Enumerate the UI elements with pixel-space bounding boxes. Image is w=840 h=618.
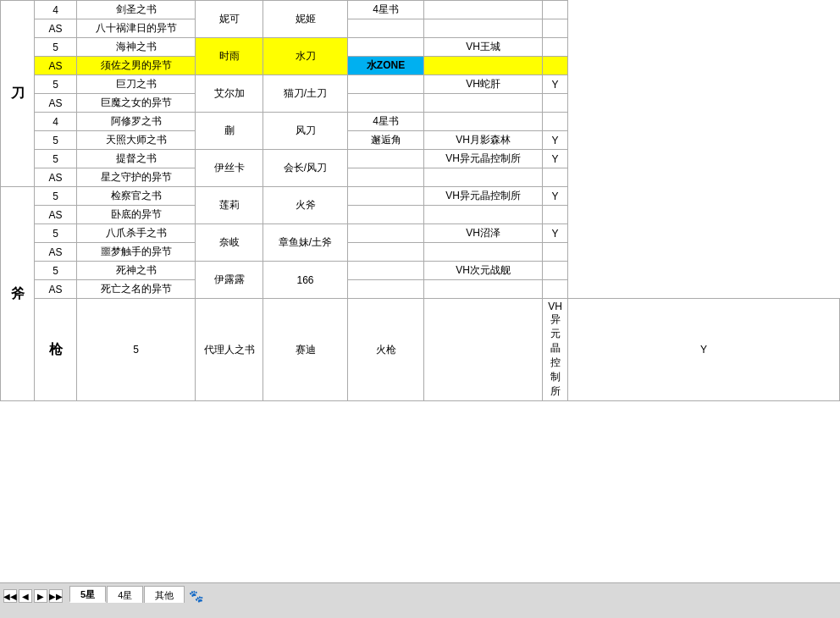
level-cell: AS xyxy=(35,168,77,187)
bottom-bar xyxy=(0,603,840,618)
tab-first-btn[interactable]: ◀◀ xyxy=(3,589,17,603)
app-container: 刀4剑圣之书妮可妮姬4星书AS八十祸津日的异节5海神之书时雨水刀VH王城AS须佐… xyxy=(0,0,840,618)
tab-bar: ◀◀ ◀ ▶ ▶▶ 5星 4星 其他 🐾 xyxy=(0,582,840,603)
book-cell: 阿修罗之书 xyxy=(77,113,196,131)
sheet-area[interactable]: 刀4剑圣之书妮可妮姬4星书AS八十祸津日的异节5海神之书时雨水刀VH王城AS须佐… xyxy=(0,0,840,582)
special-cell xyxy=(424,299,543,401)
table-row: AS卧底的异节 xyxy=(1,206,840,224)
table-row: 5天照大师之书邂逅角VH月影森林Y xyxy=(1,131,840,150)
tab-next-btn[interactable]: ▶ xyxy=(34,589,47,603)
table-row: AS八十祸津日的异节 xyxy=(1,19,840,38)
level-cell: 4 xyxy=(35,113,77,131)
dungeon-cell: VH异元晶控制所 xyxy=(424,187,543,206)
y-cell xyxy=(543,38,568,57)
dungeon-cell: VH异元晶控制所 xyxy=(543,299,568,401)
weapon-cell: 风刀 xyxy=(263,113,348,150)
tab-4star[interactable]: 4星 xyxy=(107,586,143,603)
level-cell: 5 xyxy=(35,224,77,243)
level-cell: 5 xyxy=(35,262,77,280)
table-row: 5海神之书时雨水刀VH王城 xyxy=(1,38,840,57)
table-row: AS星之守护的异节 xyxy=(1,168,840,187)
book-cell: 八爪杀手之书 xyxy=(77,224,196,243)
dungeon-cell: VH王城 xyxy=(424,38,543,57)
book-cell: 海神之书 xyxy=(77,38,196,57)
level-cell: AS xyxy=(35,94,77,113)
category-cell: 斧 xyxy=(1,187,35,401)
special-cell xyxy=(348,187,424,206)
special-cell: 4星书 xyxy=(348,113,424,131)
dungeon-cell xyxy=(424,243,543,262)
special-cell xyxy=(348,168,424,187)
special-cell xyxy=(348,243,424,262)
character-cell: 艾尔加 xyxy=(196,75,263,113)
tab-prev-btn[interactable]: ◀ xyxy=(19,589,32,603)
special-cell xyxy=(348,38,424,57)
table-row: 5死神之书伊露露166VH次元战舰 xyxy=(1,262,840,280)
dungeon-cell xyxy=(424,206,543,224)
book-cell: 死神之书 xyxy=(77,262,196,280)
tab-5star[interactable]: 5星 xyxy=(69,586,106,603)
character-cell: 奈岐 xyxy=(196,224,263,262)
y-cell xyxy=(543,19,568,38)
book-cell: 剑圣之书 xyxy=(77,1,196,19)
special-cell xyxy=(348,19,424,38)
dungeon-cell: VH异元晶控制所 xyxy=(424,150,543,168)
special-cell xyxy=(348,224,424,243)
weapon-cell: 章鱼妹/土斧 xyxy=(263,224,348,262)
special-cell xyxy=(348,75,424,94)
character-cell: 妮可 xyxy=(196,1,263,38)
dungeon-cell: VH蛇肝 xyxy=(424,75,543,94)
special-cell: 水ZONE xyxy=(348,57,424,75)
level-cell: AS xyxy=(35,206,77,224)
weapon-cell: 妮姬 xyxy=(263,1,348,38)
level-cell: AS xyxy=(35,280,77,299)
dungeon-cell xyxy=(424,94,543,113)
y-cell: Y xyxy=(543,131,568,150)
weapon-cell: 水刀 xyxy=(263,38,348,75)
special-cell xyxy=(348,206,424,224)
dungeon-cell xyxy=(424,280,543,299)
book-cell: 天照大师之书 xyxy=(77,131,196,150)
table-row: 枪5代理人之书赛迪火枪VH异元晶控制所Y xyxy=(1,299,840,401)
y-cell xyxy=(543,168,568,187)
weapon-cell: 火斧 xyxy=(263,187,348,224)
weapon-cell: 火枪 xyxy=(348,299,424,401)
dungeon-cell: VH月影森林 xyxy=(424,131,543,150)
y-cell: Y xyxy=(543,187,568,206)
tab-last-btn[interactable]: ▶▶ xyxy=(49,589,63,603)
weapon-cell: 166 xyxy=(263,262,348,299)
character-cell: 伊露露 xyxy=(196,262,263,299)
level-cell: 5 xyxy=(35,150,77,168)
y-cell xyxy=(543,243,568,262)
level-cell: AS xyxy=(35,19,77,38)
book-cell: 提督之书 xyxy=(77,150,196,168)
category-cell: 刀 xyxy=(1,1,35,187)
y-cell: Y xyxy=(543,150,568,168)
dungeon-cell xyxy=(424,1,543,19)
weapon-cell: 猫刀/土刀 xyxy=(263,75,348,113)
book-cell: 八十祸津日的异节 xyxy=(77,19,196,38)
tab-nav: ◀◀ ◀ ▶ ▶▶ xyxy=(3,589,63,603)
table-row: AS巨魔之女的异节 xyxy=(1,94,840,113)
level-cell: AS xyxy=(35,57,77,75)
character-cell: 赛迪 xyxy=(263,299,348,401)
y-cell xyxy=(543,262,568,280)
tab-add-btn[interactable]: 🐾 xyxy=(189,589,203,603)
book-cell: 死亡之名的异节 xyxy=(77,280,196,299)
table-row: AS死亡之名的异节 xyxy=(1,280,840,299)
book-cell: 噩梦触手的异节 xyxy=(77,243,196,262)
dungeon-cell xyxy=(424,113,543,131)
table-row: 5八爪杀手之书奈岐章鱼妹/土斧VH沼泽Y xyxy=(1,224,840,243)
character-cell: 蒯 xyxy=(196,113,263,150)
level-cell: 4 xyxy=(35,1,77,19)
y-cell xyxy=(543,1,568,19)
book-cell: 星之守护的异节 xyxy=(77,168,196,187)
special-cell: 4星书 xyxy=(348,1,424,19)
y-cell xyxy=(543,94,568,113)
book-cell: 巨魔之女的异节 xyxy=(77,94,196,113)
tab-other[interactable]: 其他 xyxy=(144,586,185,603)
level-cell: AS xyxy=(35,243,77,262)
y-cell xyxy=(543,57,568,75)
book-cell: 巨刀之书 xyxy=(77,75,196,94)
category-cell: 枪 xyxy=(35,299,77,401)
